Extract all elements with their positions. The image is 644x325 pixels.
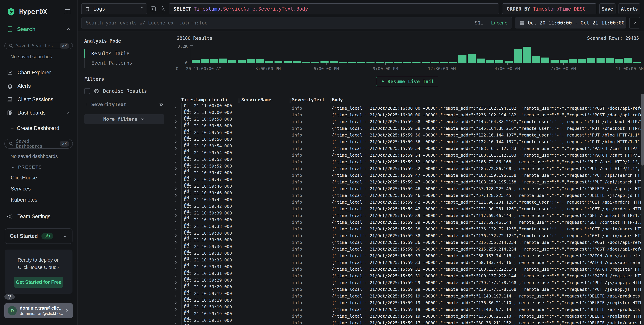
- histogram-bar[interactable]: [606, 58, 614, 63]
- table-row[interactable]: Oct 21 10:59:33.000 AM info {"time_local…: [171, 259, 644, 266]
- histogram-bar[interactable]: [302, 62, 310, 63]
- table-row[interactable]: Oct 21 10:59:56.000 AM info {"time_local…: [171, 132, 644, 138]
- row-expand-icon[interactable]: [174, 321, 181, 325]
- histogram-bar[interactable]: [284, 61, 292, 63]
- histogram-bar[interactable]: [624, 58, 632, 63]
- severity-facet[interactable]: SeverityText: [84, 102, 164, 107]
- table-row[interactable]: Oct 21 10:59:39.000 AM info {"time_local…: [171, 219, 644, 226]
- table-row[interactable]: Oct 21 10:59:46.000 AM info {"time_local…: [171, 192, 644, 199]
- table-row[interactable]: Oct 21 10:59:31.000 AM info {"time_local…: [171, 273, 644, 279]
- histogram-bar[interactable]: [569, 59, 577, 63]
- row-expand-icon[interactable]: [174, 308, 181, 312]
- row-expand-icon[interactable]: [174, 120, 181, 124]
- presets-toggle[interactable]: PRESETS: [11, 165, 77, 170]
- table-row[interactable]: Oct 21 10:59:38.000 AM info {"time_local…: [171, 226, 644, 232]
- alerts-button[interactable]: Alerts: [618, 3, 640, 14]
- table-row[interactable]: Oct 21 10:59:54.000 AM info {"time_local…: [171, 145, 644, 152]
- mode-results-table[interactable]: Results Table: [84, 49, 164, 58]
- row-expand-icon[interactable]: [174, 106, 181, 110]
- chevron-up-icon[interactable]: [66, 27, 71, 32]
- preset-kubernetes[interactable]: Kubernetes: [11, 197, 77, 203]
- row-expand-icon[interactable]: [174, 173, 181, 177]
- table-row[interactable]: Oct 21 10:59:52.000 AM info {"time_local…: [171, 158, 644, 165]
- row-expand-icon[interactable]: [174, 254, 181, 258]
- resume-live-tail-button[interactable]: Resume Live Tail: [376, 77, 439, 86]
- event-search-input[interactable]: Search your events w/ Lucene ex. column:…: [81, 17, 512, 28]
- preset-services[interactable]: Services: [11, 186, 77, 192]
- table-row[interactable]: Oct 21 10:59:54.000 AM info {"time_local…: [171, 152, 644, 158]
- col-timestamp[interactable]: Timestamp (Local): [181, 97, 238, 102]
- table-row[interactable]: Oct 21 10:59:58.000 AM info {"time_local…: [171, 118, 644, 125]
- histogram-bar[interactable]: [330, 61, 338, 63]
- row-expand-icon[interactable]: [174, 281, 181, 285]
- row-expand-icon[interactable]: [174, 301, 181, 305]
- row-expand-icon[interactable]: [174, 247, 181, 251]
- row-expand-icon[interactable]: [174, 153, 181, 157]
- sidebar-item-client-sessions[interactable]: Client Sessions: [0, 93, 77, 106]
- table-row[interactable]: Oct 21 10:59:31.000 AM info {"time_local…: [171, 266, 644, 273]
- column-resize-handle[interactable]: [289, 97, 290, 102]
- histogram-bar[interactable]: [247, 59, 255, 63]
- table-row[interactable]: Oct 21 11:00:00.000 AM info {"time_local…: [171, 111, 644, 118]
- histogram-bar[interactable]: [431, 62, 439, 63]
- histogram-bar[interactable]: [201, 59, 209, 63]
- table-row[interactable]: Oct 21 10:59:39.000 AM info {"time_local…: [171, 212, 644, 219]
- get-started-toggle[interactable]: Get Started 3/3: [5, 228, 72, 244]
- histogram-bar[interactable]: [486, 60, 494, 63]
- histogram-bar[interactable]: [265, 61, 273, 63]
- histogram-bar[interactable]: [514, 49, 522, 63]
- table-row[interactable]: Oct 21 10:59:36.000 AM info {"time_local…: [171, 246, 644, 252]
- select-query-input[interactable]: SELECT Timestamp ,ServiceName,SeverityTe…: [169, 3, 499, 14]
- histogram-bar[interactable]: [615, 59, 623, 63]
- table-scrollbar[interactable]: [641, 94, 644, 325]
- histogram-bar[interactable]: [366, 62, 374, 63]
- histogram-bar[interactable]: [385, 62, 393, 63]
- histogram-bar[interactable]: [339, 62, 347, 63]
- col-body[interactable]: Body: [332, 97, 641, 102]
- row-expand-icon[interactable]: [174, 227, 181, 231]
- row-expand-icon[interactable]: [174, 180, 181, 184]
- saved-searches-input[interactable]: Saved Searches ⌘K: [4, 43, 73, 49]
- gear-icon[interactable]: [160, 3, 166, 14]
- histogram-bar[interactable]: [504, 61, 512, 63]
- histogram-bar[interactable]: [274, 61, 282, 63]
- table-row[interactable]: Oct 21 10:59:17.000 AM info {"time_local…: [171, 320, 644, 325]
- language-toggle[interactable]: SQL | Lucene: [475, 20, 508, 25]
- table-row[interactable]: Oct 21 10:59:29.000 AM info {"time_local…: [171, 279, 644, 286]
- table-row[interactable]: Oct 21 10:59:33.000 AM info {"time_local…: [171, 252, 644, 259]
- table-row[interactable]: Oct 21 10:59:46.000 AM info {"time_local…: [171, 185, 644, 192]
- histogram-bar[interactable]: [348, 62, 356, 63]
- table-row[interactable]: Oct 21 10:59:42.000 AM info {"time_local…: [171, 205, 644, 212]
- date-range-picker[interactable]: Oct 20 11:00:00 - Oct 21 11:00:00: [515, 17, 626, 28]
- run-query-button[interactable]: [629, 17, 640, 28]
- table-row[interactable]: Oct 21 10:59:36.000 AM info {"time_local…: [171, 239, 644, 246]
- sidebar-item-alerts[interactable]: Alerts: [0, 79, 77, 93]
- histogram-bar[interactable]: [238, 60, 246, 63]
- mode-event-patterns[interactable]: Event Patterns: [84, 58, 164, 68]
- table-row[interactable]: Oct 21 10:59:29.000 AM info {"time_local…: [171, 286, 644, 293]
- preset-clickhouse[interactable]: ClickHouse: [11, 175, 77, 181]
- histogram-bar[interactable]: [320, 61, 328, 63]
- row-expand-icon[interactable]: [174, 214, 181, 218]
- row-expand-icon[interactable]: [174, 146, 181, 150]
- denoise-checkbox[interactable]: [84, 88, 90, 94]
- row-expand-icon[interactable]: [174, 220, 181, 224]
- help-button[interactable]: ?: [4, 294, 15, 300]
- histogram-bar[interactable]: [477, 58, 485, 63]
- histogram-bar[interactable]: [219, 58, 227, 63]
- table-row[interactable]: Oct 21 10:59:56.000 AM info {"time_local…: [171, 138, 644, 145]
- table-row[interactable]: Oct 21 10:59:19.000 AM info {"time_local…: [171, 306, 644, 313]
- save-button[interactable]: Save: [599, 3, 616, 14]
- histogram-bar[interactable]: [578, 59, 586, 63]
- histogram-bar[interactable]: [449, 62, 458, 63]
- histogram-bar[interactable]: [550, 60, 558, 63]
- col-severitytext[interactable]: SeverityText: [292, 97, 329, 102]
- sidebar-collapse-icon[interactable]: [64, 8, 71, 15]
- table-row[interactable]: Oct 21 10:59:19.000 AM info {"time_local…: [171, 313, 644, 320]
- histogram-bar[interactable]: [256, 59, 264, 63]
- histogram-bar[interactable]: [560, 60, 568, 63]
- histogram-bar[interactable]: [293, 61, 301, 63]
- table-row[interactable]: Oct 21 10:59:52.000 AM info {"time_local…: [171, 165, 644, 172]
- histogram-bar[interactable]: [634, 62, 642, 63]
- row-expand-icon[interactable]: [174, 314, 181, 318]
